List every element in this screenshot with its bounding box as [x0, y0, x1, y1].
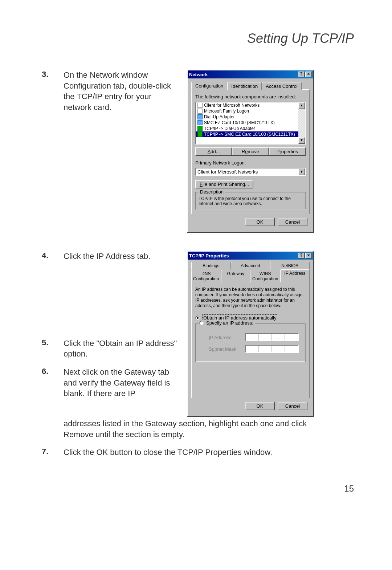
tab-identification[interactable]: Identification — [227, 82, 262, 90]
network-title-text: Network — [189, 72, 208, 77]
cancel-button[interactable]: Cancel — [278, 402, 307, 410]
tab-advanced[interactable]: Advanced — [231, 262, 270, 270]
page-title: Setting Up TCP/IP — [42, 31, 354, 46]
radio-icon — [195, 315, 200, 320]
close-icon[interactable]: × — [305, 253, 312, 258]
help-icon[interactable]: ? — [298, 72, 305, 77]
ip-address-label: IP Address: — [209, 335, 241, 340]
step-6-number: 6. — [42, 367, 64, 376]
description-text: TCP/IP is the protocol you use to connec… — [199, 196, 302, 206]
adapter-icon — [197, 114, 203, 119]
tab-bindings[interactable]: Bindings — [191, 262, 231, 270]
ip-address-help-text: An IP address can be automatically assig… — [195, 287, 306, 309]
primary-logon-label: Primary Network Logon: — [195, 160, 306, 166]
step-3-text: On the Network window Configuration tab,… — [64, 70, 180, 113]
step-7-number: 7. — [42, 447, 64, 456]
description-legend: Description — [199, 189, 225, 195]
step-7-text: Click the OK button to close the TCP/IP … — [64, 447, 272, 458]
cancel-button[interactable]: Cancel — [278, 218, 307, 226]
scroll-up-icon[interactable]: ▲ — [298, 102, 305, 109]
step-4-text: Click the IP Address tab. — [64, 251, 150, 262]
network-titlebar[interactable]: Network ? × — [188, 70, 313, 78]
ok-button[interactable]: OK — [245, 402, 275, 410]
chevron-down-icon[interactable]: ▼ — [298, 168, 305, 175]
radio-specify-ip[interactable]: Specify an IP address: — [198, 320, 255, 326]
add-button[interactable]: Add... — [195, 147, 232, 156]
file-print-sharing-button[interactable]: File and Print Sharing... — [195, 180, 253, 188]
help-icon[interactable]: ? — [298, 253, 305, 258]
list-item[interactable]: Client for Microsoft Networks — [196, 102, 298, 108]
tab-access-control[interactable]: Access Control — [262, 82, 301, 90]
tab-gateway[interactable]: Gateway — [221, 270, 251, 283]
tab-dns-config[interactable]: DNS Configuration — [191, 270, 221, 283]
step-5-number: 5. — [42, 338, 64, 347]
radio-icon — [199, 321, 204, 325]
protocol-icon — [197, 132, 203, 137]
remove-button[interactable]: Remove — [232, 147, 269, 156]
tab-wins-config[interactable]: WINS Configuration — [250, 270, 280, 283]
step-4-number: 4. — [42, 251, 64, 260]
step-6-text-start: Next click on the Gateway tab and verify… — [64, 367, 180, 399]
client-icon — [197, 109, 203, 114]
scroll-down-icon[interactable]: ▼ — [298, 137, 305, 144]
tcpip-properties-dialog: TCP/IP Properties ? × Bindings Advanced … — [187, 251, 314, 417]
primary-logon-select[interactable]: Client for Microsoft Networks ▼ — [195, 168, 306, 176]
list-item[interactable]: Microsoft Family Logon — [196, 108, 298, 114]
primary-logon-value: Client for Microsoft Networks — [196, 168, 298, 175]
page-number: 15 — [344, 484, 354, 494]
list-item[interactable]: TCP/IP -> Dial-Up Adapter — [196, 126, 298, 131]
tab-netbios[interactable]: NetBIOS — [270, 262, 310, 270]
list-item[interactable]: Dial-Up Adapter — [196, 114, 298, 120]
tab-ip-address[interactable]: IP Address — [280, 269, 310, 282]
scrollbar[interactable]: ▲ ▼ — [298, 102, 305, 144]
properties-button[interactable]: Properties — [269, 147, 306, 156]
client-icon — [197, 103, 203, 108]
subnet-mask-input[interactable]: ... — [245, 345, 299, 353]
step-5-text: Click the "Obtain an IP address" option. — [64, 338, 180, 359]
adapter-icon — [197, 120, 203, 125]
step-3-number: 3. — [42, 70, 64, 79]
tcpip-titlebar[interactable]: TCP/IP Properties ? × — [188, 252, 313, 260]
list-item[interactable]: SMC EZ Card 10/100 (SMC1211TX) — [196, 120, 298, 126]
components-listbox[interactable]: Client for Microsoft Networks Microsoft … — [195, 102, 306, 144]
ip-address-input[interactable]: ... — [245, 333, 299, 341]
tcpip-title-text: TCP/IP Properties — [189, 253, 229, 258]
step-6-text-cont: addresses listed in the Gateway section,… — [64, 418, 325, 440]
protocol-icon — [197, 126, 203, 131]
tab-configuration[interactable]: Configuration — [191, 82, 227, 90]
list-item-selected[interactable]: TCP/IP -> SMC EZ Card 10/100 (SMC1211TX) — [196, 131, 298, 137]
subnet-mask-label: Subnet Mask: — [209, 346, 241, 352]
close-icon[interactable]: × — [305, 72, 312, 77]
installed-components-label: The following network components are ins… — [195, 94, 306, 99]
ok-button[interactable]: OK — [245, 218, 275, 226]
network-dialog: Network ? × Configuration Identification… — [187, 70, 314, 233]
